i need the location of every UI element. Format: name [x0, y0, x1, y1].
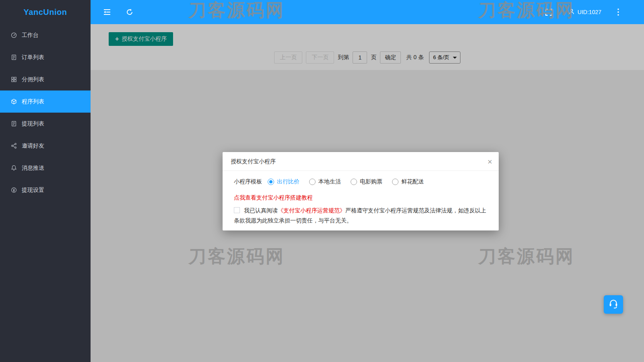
message-push-icon — [10, 165, 17, 171]
modal-header: 授权支付宝小程序 × — [223, 152, 499, 171]
radio-option-travel-compare[interactable]: 出行比价 — [268, 178, 299, 185]
radio-option-movie-tickets[interactable]: 电影购票 — [351, 178, 382, 185]
invite-friends-icon — [10, 143, 17, 149]
fullscreen-icon[interactable] — [545, 9, 552, 16]
sidebar-item-label: 邀请好友 — [22, 142, 44, 150]
customer-service-button[interactable] — [604, 295, 623, 314]
sidebar-item-label: 工作台 — [22, 32, 39, 39]
radio-label: 本地生活 — [318, 178, 341, 185]
sidebar-item-commission[interactable]: 分佣列表 — [0, 68, 91, 90]
agreement-text: 我已认真阅读《支付宝小程序运营规范》严格遵守支付宝小程序运营规范及法律法规，如违… — [234, 206, 487, 226]
sidebar-item-label: 订单列表 — [22, 54, 44, 61]
radio-icon — [351, 179, 357, 185]
modal-body: 小程序模板 出行比价 本地生活 电影购票 鲜花配送 点我查看支付宝小程序搭建教程… — [223, 171, 499, 230]
radio-label: 出行比价 — [277, 178, 299, 185]
sidebar-item-label: 程序列表 — [22, 98, 44, 105]
radio-option-flower-delivery[interactable]: 鲜花配送 — [392, 178, 424, 185]
more-menu-icon[interactable] — [617, 8, 619, 16]
radio-icon — [392, 179, 398, 185]
radio-label: 鲜花配送 — [401, 178, 424, 185]
sidebar-item-programs[interactable]: 程序列表 — [0, 90, 91, 113]
radio-option-local-life[interactable]: 本地生活 — [309, 178, 341, 185]
refresh-icon[interactable] — [126, 8, 133, 16]
collapse-menu-icon[interactable] — [103, 9, 111, 15]
sidebar-menu: 工作台 订单列表 分佣列表 程序列表 提现列表 — [0, 24, 91, 201]
sidebar-item-withdraw-list[interactable]: 提现列表 — [0, 113, 91, 135]
uid-label: UID:1027 — [578, 9, 601, 15]
topbar-left — [91, 8, 133, 16]
topbar: UID:1027 — [91, 0, 644, 24]
template-options-row: 小程序模板 出行比价 本地生活 电影购票 鲜花配送 — [234, 178, 487, 185]
modal-title: 授权支付宝小程序 — [231, 158, 276, 165]
user-icon — [568, 8, 575, 16]
withdraw-list-icon — [10, 121, 17, 127]
sidebar: YancUnion 工作台 订单列表 分佣列表 程序列表 — [0, 0, 91, 362]
sidebar-item-withdraw-settings[interactable]: 提现设置 — [0, 179, 91, 201]
radio-label: 电影购票 — [360, 178, 382, 185]
sidebar-item-label: 提现设置 — [22, 187, 44, 194]
order-list-icon — [10, 54, 17, 61]
template-label: 小程序模板 — [234, 178, 262, 185]
sidebar-item-invite[interactable]: 邀请好友 — [0, 135, 91, 157]
app-logo: YancUnion — [0, 0, 91, 24]
agreement-checkbox[interactable] — [234, 207, 240, 213]
program-list-icon — [10, 99, 17, 105]
sidebar-item-label: 分佣列表 — [22, 76, 44, 83]
commission-list-icon — [10, 76, 17, 83]
sidebar-item-orders[interactable]: 订单列表 — [0, 46, 91, 68]
dashboard-icon — [10, 32, 17, 39]
headset-icon — [608, 298, 619, 311]
agreement-spec-link[interactable]: 《支付宝小程序运营规范》 — [278, 207, 345, 214]
radio-icon — [309, 179, 316, 185]
sidebar-item-message-push[interactable]: 消息推送 — [0, 157, 91, 179]
sidebar-item-label: 消息推送 — [22, 165, 44, 172]
close-icon[interactable]: × — [487, 152, 492, 171]
agreement-prefix: 我已认真阅读 — [244, 207, 278, 214]
tutorial-link[interactable]: 点我查看支付宝小程序搭建教程 — [234, 194, 487, 202]
authorize-modal: 授权支付宝小程序 × 小程序模板 出行比价 本地生活 电影购票 鲜花配送 点我查… — [223, 152, 499, 230]
sidebar-item-label: 提现列表 — [22, 120, 44, 128]
radio-icon — [268, 179, 274, 185]
user-uid[interactable]: UID:1027 — [568, 8, 601, 16]
topbar-right: UID:1027 — [545, 8, 644, 16]
sidebar-item-workbench[interactable]: 工作台 — [0, 24, 91, 46]
withdraw-settings-icon — [10, 187, 17, 193]
